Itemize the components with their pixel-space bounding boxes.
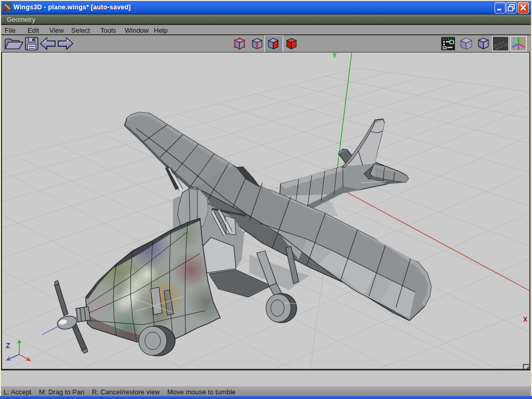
svg-text:Z: Z: [6, 341, 10, 350]
svg-text:X: X: [523, 316, 527, 323]
svg-text:Y: Y: [332, 52, 337, 59]
